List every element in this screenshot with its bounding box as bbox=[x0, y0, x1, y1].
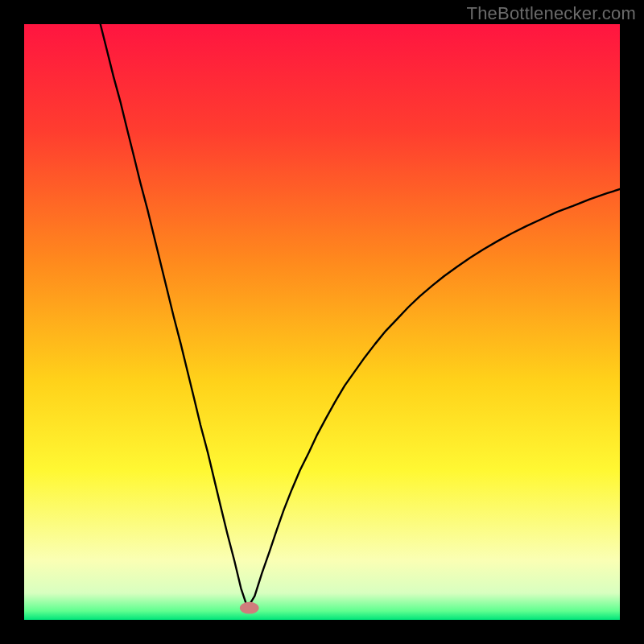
minimum-marker bbox=[240, 602, 259, 614]
gradient-rect bbox=[24, 24, 620, 620]
chart-svg bbox=[24, 24, 620, 620]
plot-area bbox=[24, 24, 620, 620]
watermark-text: TheBottlenecker.com bbox=[467, 3, 636, 24]
chart-frame: TheBottlenecker.com bbox=[0, 0, 644, 644]
